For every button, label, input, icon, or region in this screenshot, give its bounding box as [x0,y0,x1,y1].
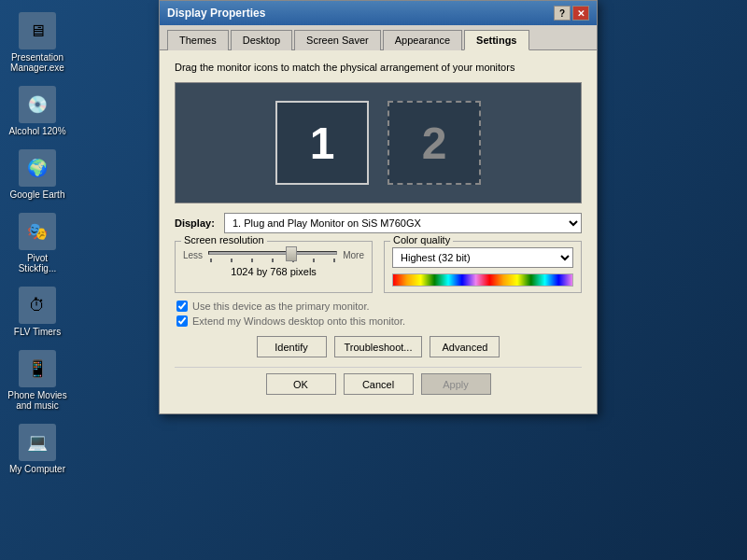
monitor-2-number: 2 [422,118,447,169]
desktop: 🖥 Presentation Manager.exe 💿 Alcohol 120… [0,0,747,560]
less-label: Less [183,250,203,260]
advanced-button[interactable]: Advanced [430,336,500,357]
troubleshoot-button[interactable]: Troubleshoot... [334,336,423,357]
apply-button[interactable]: Apply [421,373,491,395]
dialog-title: Display Properties [167,7,265,20]
screen-resolution-group: Screen resolution Less [175,241,373,293]
primary-monitor-checkbox[interactable] [176,301,188,312]
display-properties-dialog: Display Properties ? ✕ Themes Desktop Sc… [159,0,598,414]
extend-desktop-label: Extend my Windows desktop onto this moni… [192,315,405,327]
primary-monitor-row: Use this device as the primary monitor. [175,301,582,312]
monitor-2[interactable]: 2 [388,101,481,185]
display-select[interactable]: 1. Plug and Play Monitor on SiS M760GX [224,213,582,233]
color-quality-legend: Color quality [390,234,453,245]
close-button[interactable]: ✕ [572,6,589,21]
resolution-slider-track[interactable] [208,251,337,255]
color-quality-group: Color quality Highest (32 bit) [384,241,582,293]
desktop-icon-flv[interactable]: ⏱ FLV Timers [5,284,70,340]
tab-appearance[interactable]: Appearance [383,30,462,50]
desktop-icon-google-earth[interactable]: 🌍 Google Earth [5,147,70,203]
ok-button[interactable]: OK [266,373,336,395]
color-bar [392,273,573,287]
monitor-area: 1 2 [175,82,582,203]
pivot-icon: 🎭 [19,213,56,250]
primary-monitor-label: Use this device as the primary monitor. [192,301,370,312]
desktop-icon-pivot[interactable]: 🎭 Pivot Stickfig... [5,210,70,276]
tab-themes[interactable]: Themes [167,30,229,50]
presentation-icon: 🖥 [19,12,56,49]
desktop-icon-phone[interactable]: 📱 Phone Movies and music [5,347,70,413]
alcohol-icon: 💿 [19,86,56,123]
ok-cancel-row: OK Cancel Apply [175,367,582,402]
display-label: Display: [175,217,217,229]
pivot-label: Pivot Stickfig... [7,253,67,273]
cancel-button[interactable]: Cancel [344,373,414,395]
slider-dots [208,259,337,262]
dialog-content: Drag the monitor icons to match the phys… [160,50,597,413]
tabs-bar: Themes Desktop Screen Saver Appearance S… [160,25,597,50]
display-row: Display: 1. Plug and Play Monitor on SiS… [175,213,582,233]
color-quality-select[interactable]: Highest (32 bit) [392,247,573,268]
monitor-1-number: 1 [310,118,335,169]
phone-icon: 📱 [19,350,56,387]
desktop-icons-area: 🖥 Presentation Manager.exe 💿 Alcohol 120… [0,0,149,560]
resolution-slider-thumb[interactable] [286,246,297,261]
instruction-text: Drag the monitor icons to match the phys… [175,62,582,73]
titlebar-buttons: ? ✕ [554,6,589,21]
screen-resolution-legend: Screen resolution [181,234,267,245]
resolution-slider-container [208,247,337,262]
extend-desktop-row: Extend my Windows desktop onto this moni… [175,315,582,327]
desktop-icon-my-computer[interactable]: 💻 My Computer [5,421,70,477]
dialog-titlebar: Display Properties ? ✕ [160,1,597,25]
google-earth-label: Google Earth [10,189,65,200]
flv-icon: ⏱ [19,287,56,324]
tab-desktop[interactable]: Desktop [231,30,292,50]
presentation-label: Presentation Manager.exe [7,52,67,73]
action-buttons-row: Identify Troubleshoot... Advanced [175,336,582,361]
flv-label: FLV Timers [14,327,61,337]
monitor-1[interactable]: 1 [275,101,369,185]
extend-desktop-checkbox[interactable] [176,315,188,327]
phone-label: Phone Movies and music [7,390,67,411]
settings-row: Screen resolution Less [175,241,582,293]
tab-settings[interactable]: Settings [464,30,529,50]
resolution-slider-row: Less [183,247,364,262]
more-label: More [343,250,364,260]
my-computer-icon: 💻 [19,424,56,461]
google-earth-icon: 🌍 [19,149,56,187]
desktop-icon-presentation[interactable]: 🖥 Presentation Manager.exe [5,9,70,76]
help-button[interactable]: ? [554,6,571,21]
desktop-icon-alcohol[interactable]: 💿 Alcohol 120% [5,83,70,139]
my-computer-label: My Computer [9,464,65,474]
tab-screen-saver[interactable]: Screen Saver [294,30,381,50]
resolution-value: 1024 by 768 pixels [183,266,364,277]
identify-button[interactable]: Identify [257,336,327,357]
alcohol-label: Alcohol 120% [8,126,65,136]
